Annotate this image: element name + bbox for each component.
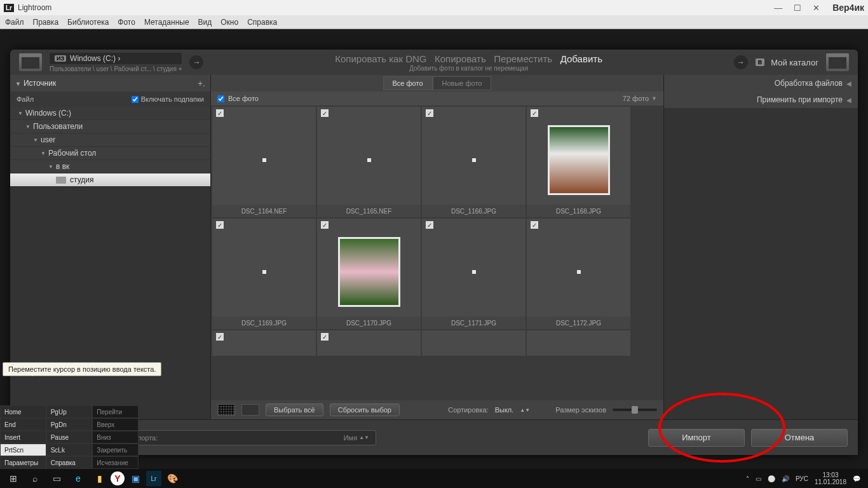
- battery-icon[interactable]: ▭: [756, 475, 761, 482]
- osk-key[interactable]: Закрепить: [92, 444, 139, 456]
- thumb-cell[interactable]: ✓DSC_1166.JPG: [422, 107, 526, 217]
- tree-desktop[interactable]: ▼Рабочий стол: [10, 147, 210, 160]
- tab-new-photos[interactable]: Новые фото: [433, 76, 492, 90]
- volume-icon[interactable]: 🔊: [782, 475, 789, 482]
- osk-key[interactable]: Home: [0, 405, 46, 418]
- menu-photo[interactable]: Фото: [118, 18, 135, 27]
- action-copy[interactable]: Копировать: [435, 53, 486, 64]
- file-handling-panel[interactable]: Обработка файлов◀: [664, 75, 858, 92]
- clock[interactable]: 13:0311.01.2018: [815, 471, 846, 485]
- cancel-button[interactable]: Отмена: [751, 429, 848, 447]
- thumb-cell[interactable]: ✓DSC_1169.JPG: [212, 219, 316, 329]
- yandex-icon[interactable]: Y: [111, 471, 125, 485]
- tree-users[interactable]: ▼Пользователи: [10, 120, 210, 133]
- file-label: Файл: [17, 95, 34, 103]
- menu-window[interactable]: Окно: [220, 18, 238, 27]
- on-screen-keyboard: HomePgUpПерейти EndPgDnВверх InsertPause…: [0, 405, 139, 469]
- taskbar: ⊞ ⌕ ▭ e ▮ Y ▣ Lr 🎨 ˄ ▭ ⚪ 🔊 РУС 13:0311.0…: [0, 469, 868, 488]
- action-dng[interactable]: Копировать как DNG: [335, 53, 426, 64]
- osk-key[interactable]: Справка: [46, 456, 93, 469]
- tree-user[interactable]: ▼user: [10, 133, 210, 147]
- sort-value[interactable]: Выкл.: [495, 406, 514, 414]
- bar-label: Все фото: [228, 95, 259, 102]
- menu-metadata[interactable]: Метаданные: [144, 18, 189, 27]
- source-path: Пользователи \ user \ Рабочий ст... \ ст…: [50, 65, 182, 72]
- wifi-icon[interactable]: ⚪: [768, 475, 775, 482]
- language-indicator[interactable]: РУС: [796, 475, 808, 482]
- app-logo: Lr: [4, 4, 14, 12]
- loupe-view-button[interactable]: [241, 404, 259, 416]
- osk-key[interactable]: PgUp: [46, 405, 93, 418]
- tab-all-photos[interactable]: Все фото: [383, 76, 433, 90]
- thumb-cell[interactable]: ✓: [212, 330, 316, 356]
- apply-during-import-panel[interactable]: Применить при импорте◀: [664, 92, 858, 108]
- osk-key[interactable]: Перейти: [92, 405, 139, 418]
- osk-key[interactable]: End: [0, 418, 46, 431]
- folder-icon: [56, 177, 66, 184]
- thumb-cell[interactable]: ✓DSC_1168.JPG: [527, 107, 630, 217]
- osk-key[interactable]: PgDn: [46, 418, 93, 431]
- osk-key[interactable]: Параметры: [0, 456, 46, 469]
- thumb-size-label: Размер эскизов: [555, 406, 606, 414]
- menu-help[interactable]: Справка: [247, 18, 277, 27]
- grid-view-button[interactable]: [217, 404, 235, 416]
- app-icon[interactable]: ▣: [125, 470, 146, 487]
- titlebar: Lr Lightroom — ☐ ✕ Вер4ик: [0, 0, 868, 15]
- tree-drive[interactable]: ▼Windows (C:): [10, 107, 210, 120]
- tree-studio[interactable]: студия: [10, 173, 210, 187]
- menu-file[interactable]: Файл: [5, 18, 24, 27]
- menu-library[interactable]: Библиотека: [67, 18, 109, 27]
- menubar: Файл Правка Библиотека Фото Метаданные В…: [0, 15, 868, 29]
- start-icon[interactable]: ⊞: [3, 470, 24, 487]
- import-button[interactable]: Импорт: [648, 429, 745, 447]
- select-all-checkbox[interactable]: [217, 95, 224, 102]
- action-add[interactable]: Добавить: [560, 53, 602, 64]
- taskview-icon[interactable]: ▭: [46, 470, 67, 487]
- explorer-icon[interactable]: ▮: [89, 470, 111, 487]
- osk-key[interactable]: Вверх: [92, 418, 139, 431]
- menu-view[interactable]: Вид: [198, 18, 212, 27]
- tray-chevron-icon[interactable]: ˄: [746, 475, 749, 482]
- osk-key[interactable]: Pause: [46, 431, 93, 444]
- destination[interactable]: В Мой каталог: [756, 58, 818, 67]
- osk-key[interactable]: PrtScn: [0, 444, 46, 456]
- thumb-cell[interactable]: ✓: [317, 330, 421, 356]
- dest-drive-icon: [826, 53, 849, 71]
- include-subfolders-checkbox[interactable]: Включать подпапки: [132, 95, 204, 103]
- arrow-right-icon-2[interactable]: →: [734, 55, 748, 69]
- thumb-cell[interactable]: ✓DSC_1165.NEF: [317, 107, 421, 217]
- reset-selection-button[interactable]: Сбросить выбор: [330, 403, 400, 416]
- edge-icon[interactable]: e: [67, 470, 89, 487]
- tooltip: Переместите курсор в позицию ввода текст…: [3, 362, 161, 376]
- osk-key[interactable]: Вниз: [92, 431, 139, 444]
- add-source-icon[interactable]: +.: [198, 78, 205, 88]
- minimize-icon[interactable]: —: [774, 3, 782, 13]
- thumb-cell[interactable]: ✓DSC_1172.JPG: [527, 219, 630, 329]
- action-move[interactable]: Переместить: [494, 53, 552, 64]
- arrow-right-icon[interactable]: →: [189, 55, 203, 69]
- thumb-size-slider[interactable]: [613, 409, 657, 411]
- lightroom-taskbar-icon[interactable]: Lr: [146, 471, 161, 486]
- maximize-icon[interactable]: ☐: [794, 3, 801, 13]
- source-drive-icon: [19, 53, 42, 71]
- thumb-cell[interactable]: ✓DSC_1171.JPG: [422, 219, 526, 329]
- osk-key[interactable]: Исчезание: [92, 456, 139, 469]
- notification-icon[interactable]: 💬: [853, 475, 860, 482]
- thumb-cell[interactable]: [527, 330, 630, 356]
- thumb-cell[interactable]: ✓DSC_1164.NEF: [212, 107, 316, 217]
- osk-key[interactable]: Insert: [0, 431, 46, 444]
- username: Вер4ик: [832, 3, 864, 13]
- select-all-button[interactable]: Выбрать всё: [266, 403, 323, 416]
- search-icon[interactable]: ⌕: [24, 470, 46, 487]
- paint-icon[interactable]: 🎨: [161, 470, 183, 487]
- source-drive-select[interactable]: ИЗ Windows (C:) ›: [50, 53, 182, 64]
- thumb-cell[interactable]: [422, 330, 526, 356]
- close-icon[interactable]: ✕: [813, 3, 820, 13]
- thumbnail-grid: ✓DSC_1164.NEF ✓DSC_1165.NEF ✓DSC_1166.JP…: [211, 105, 663, 400]
- osk-key[interactable]: ScLk: [46, 444, 93, 456]
- app-title: Lightroom: [18, 3, 51, 12]
- thumb-cell[interactable]: ✓DSC_1170.JPG: [317, 219, 421, 329]
- tree-vk[interactable]: ▼в вк: [10, 160, 210, 173]
- menu-edit[interactable]: Правка: [33, 18, 59, 27]
- source-panel-title: Источник: [24, 79, 56, 88]
